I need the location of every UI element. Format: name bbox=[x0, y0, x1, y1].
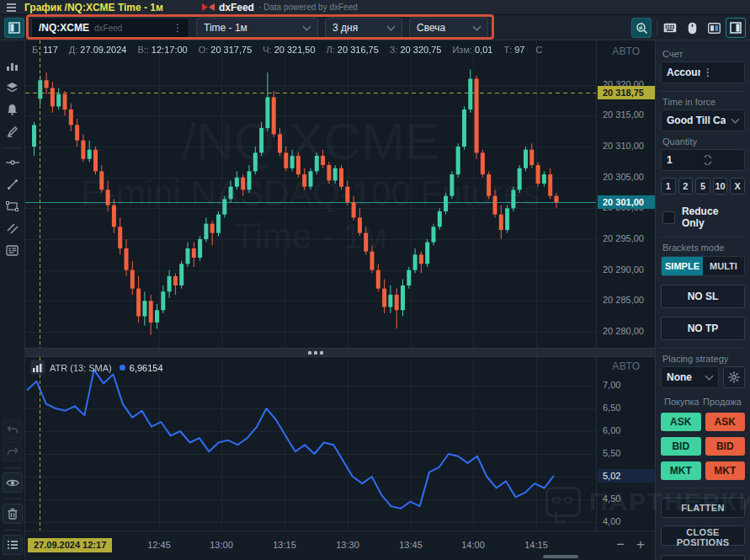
mouse-button[interactable] bbox=[682, 18, 702, 38]
search-chart-button[interactable] bbox=[631, 18, 652, 38]
sidebar-divider bbox=[3, 147, 22, 148]
time-tick-label: 13:15 bbox=[273, 540, 296, 550]
crosshair-time-badge: 27.09.2024 12:17 bbox=[28, 538, 112, 552]
flatten-button[interactable]: FLATTEN bbox=[661, 498, 745, 518]
preset-2-button[interactable]: 2 bbox=[678, 178, 694, 195]
price-axis[interactable]: АВТО АВТО 20 318,75 20 301,00 5,02 20 32… bbox=[596, 40, 655, 531]
form-list-icon bbox=[6, 245, 19, 256]
stepper-icons[interactable] bbox=[705, 155, 739, 165]
reduce-only-label[interactable]: Reduce Only bbox=[682, 205, 743, 229]
form-tool[interactable] bbox=[3, 240, 23, 260]
keyboard-button[interactable] bbox=[660, 18, 680, 38]
tif-select[interactable]: Good Till Can bbox=[661, 109, 745, 131]
quantity-label: Quantity bbox=[662, 136, 743, 147]
brackets-multi-option[interactable]: MULTI bbox=[703, 257, 744, 275]
layers-button[interactable] bbox=[3, 77, 23, 98]
zoom-in-button[interactable]: + bbox=[636, 536, 645, 553]
sell-column-label: Продажа bbox=[703, 397, 742, 407]
chevron-down-icon bbox=[303, 23, 311, 31]
reverse-button[interactable]: REVERSE bbox=[661, 555, 745, 560]
atr-series-dot bbox=[120, 365, 125, 371]
buy-ask-button[interactable]: ASK bbox=[661, 413, 701, 431]
draw-button[interactable] bbox=[3, 121, 23, 141]
parallel-channel-tool[interactable] bbox=[3, 218, 23, 238]
brackets-simple-option[interactable]: SIMPLE bbox=[662, 257, 703, 275]
strategy-row: None bbox=[661, 366, 745, 388]
preset-5-button[interactable]: 5 bbox=[695, 178, 710, 195]
legend-item: О:20 317,75 bbox=[199, 45, 253, 55]
drawing-sidebar bbox=[0, 40, 25, 560]
chevron-down-icon bbox=[387, 23, 396, 31]
preset-10-button[interactable]: 10 bbox=[713, 178, 728, 195]
price-chart-canvas[interactable] bbox=[25, 40, 596, 348]
reduce-only-checkbox[interactable] bbox=[662, 211, 675, 224]
quantity-value: 1 bbox=[667, 154, 701, 166]
sell-mkt-button[interactable]: MKT bbox=[705, 461, 746, 480]
price-tick-label: 20 285,00 bbox=[603, 295, 644, 305]
buy-bid-button[interactable]: BID bbox=[661, 437, 701, 456]
preset-x-button[interactable]: X bbox=[730, 178, 745, 195]
scrollbar-handle[interactable] bbox=[543, 555, 578, 558]
account-select[interactable]: Account (U. ⋮ bbox=[661, 61, 745, 83]
indicators-button[interactable] bbox=[3, 56, 23, 76]
no-tp-button[interactable]: NO TP bbox=[661, 317, 745, 340]
symbol-input[interactable]: /NQ:XCME dxFeed ⋮ bbox=[31, 18, 189, 38]
window-title: График /NQ:XCME Time - 1м bbox=[24, 2, 163, 13]
symbol-feed-label: dxFeed bbox=[94, 24, 170, 33]
range-select[interactable]: 3 дня bbox=[325, 18, 402, 38]
price-tick-label: 20 280,00 bbox=[603, 326, 644, 336]
atr-chart-canvas[interactable] bbox=[25, 357, 596, 531]
sidebar-toggle-icon bbox=[730, 22, 742, 34]
trend-line-tool[interactable] bbox=[3, 174, 23, 195]
delete-button[interactable] bbox=[3, 504, 23, 524]
time-tick-label: 13:45 bbox=[399, 540, 423, 550]
last-price-badge: 20 301,00 bbox=[598, 195, 655, 209]
no-sl-button[interactable]: NO SL bbox=[661, 285, 745, 308]
time-tick-label: 13:30 bbox=[336, 540, 359, 550]
panels-button[interactable] bbox=[704, 18, 724, 38]
trading-platform: График /NQ:XCME Time - 1м dxFeed · Data … bbox=[0, 0, 750, 560]
redo-button[interactable] bbox=[3, 441, 23, 461]
price-axis-auto[interactable]: АВТО bbox=[597, 45, 656, 57]
toolbar-separator bbox=[657, 20, 657, 35]
keyboard-icon bbox=[663, 23, 677, 33]
strategy-settings-button[interactable] bbox=[723, 366, 745, 388]
preset-1-button[interactable]: 1 bbox=[661, 178, 676, 195]
object-tree-button[interactable] bbox=[3, 535, 23, 555]
symbol-menu-icon[interactable]: ⋮ bbox=[170, 22, 185, 34]
sidebar-divider bbox=[3, 467, 22, 468]
tif-value: Good Till Can bbox=[667, 115, 726, 126]
time-axis[interactable]: 27.09.2024 12:17 12:4513:0013:1513:3013:… bbox=[25, 531, 655, 560]
chart-type-select[interactable]: Свеча bbox=[409, 18, 488, 38]
zoom-out-button[interactable]: − bbox=[616, 536, 625, 553]
atr-current-value: 6,96154 bbox=[130, 363, 163, 373]
close-positions-button[interactable]: CLOSE POSITIONS bbox=[661, 525, 745, 546]
eye-icon bbox=[6, 478, 19, 488]
quantity-stepper[interactable]: 1 bbox=[661, 149, 745, 171]
alerts-button[interactable] bbox=[3, 99, 23, 120]
strategy-select[interactable]: None bbox=[661, 366, 719, 388]
sidebar-toggle-button[interactable] bbox=[726, 18, 746, 38]
atr-tick-label: 6,50 bbox=[603, 403, 620, 413]
buy-sell-labels: Покупка Продажа bbox=[664, 397, 742, 407]
horizontal-line-tool[interactable] bbox=[3, 152, 23, 173]
price-tick-label: 20 305,00 bbox=[603, 172, 644, 182]
legend-item: Д:27.09.2024 bbox=[69, 45, 127, 55]
atr-legend: ATR (13: SMA) 6,96154 bbox=[30, 360, 163, 375]
sell-ask-button[interactable]: ASK bbox=[705, 413, 746, 431]
aggregation-select[interactable]: Time - 1м bbox=[196, 18, 318, 38]
sell-bid-button[interactable]: BID bbox=[705, 437, 746, 456]
buy-mkt-button[interactable]: MKT bbox=[661, 461, 701, 480]
account-menu-icon[interactable]: ⋮ bbox=[700, 67, 739, 78]
chevron-down-icon bbox=[473, 23, 481, 31]
menu-icon[interactable] bbox=[7, 3, 16, 12]
rectangle-tool[interactable] bbox=[3, 196, 23, 216]
atr-axis-auto[interactable]: АВТО bbox=[597, 360, 656, 372]
pane-divider[interactable] bbox=[25, 348, 655, 357]
undo-button[interactable] bbox=[3, 419, 23, 440]
visibility-button[interactable] bbox=[3, 472, 23, 493]
list-icon bbox=[7, 540, 19, 550]
crosshair-price-badge: 20 318,75 bbox=[598, 86, 655, 99]
atr-tick-label: 4,00 bbox=[603, 516, 620, 526]
layout-button[interactable] bbox=[4, 18, 24, 38]
